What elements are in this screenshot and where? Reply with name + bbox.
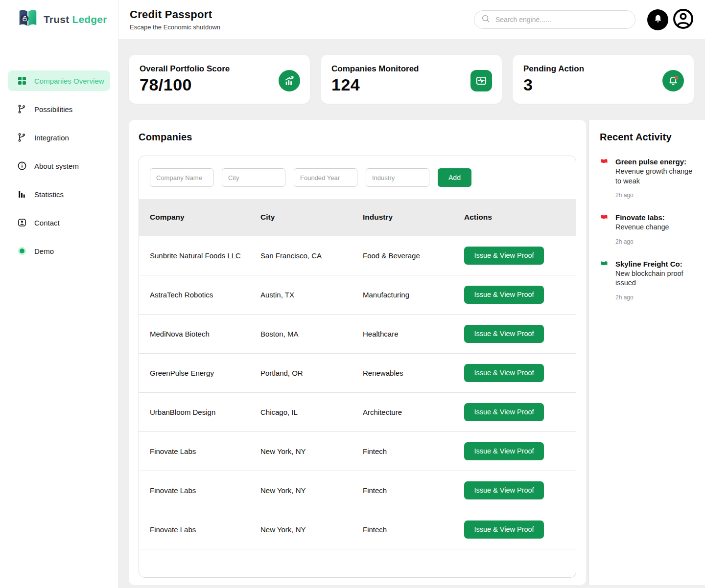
- cell-company: AstraTech Robotics: [139, 275, 260, 314]
- search-input[interactable]: [495, 16, 628, 23]
- stat-card-pending-action: Pending Action 3: [513, 55, 694, 104]
- cell-city: Austin, TX: [260, 275, 363, 314]
- brand-logo: Trust Ledger: [0, 0, 118, 32]
- cell-city: San Francisco, CA: [260, 236, 363, 275]
- topbar: Credit Passport Escape the Economic shut…: [118, 0, 705, 39]
- table-row: GreenPulse Energy Portland, OR Renewable…: [139, 353, 576, 392]
- issue-view-proof-button[interactable]: Issue & View Proof: [464, 520, 544, 539]
- table-row: UrbanBloom Design Chicago, IL Architectu…: [139, 392, 576, 431]
- activity-texts: Finovate labs: Revenue change 2h ago: [615, 213, 669, 245]
- issue-view-proof-button[interactable]: Issue & View Proof: [464, 481, 544, 499]
- sidebar-item-about-system[interactable]: About system: [8, 156, 110, 176]
- contact-card-icon: [17, 218, 27, 227]
- cell-industry: Fintech: [363, 431, 464, 471]
- pulse-monitor-icon: [470, 70, 492, 91]
- page-heading: Credit Passport Escape the Economic shut…: [130, 8, 220, 31]
- activity-texts: Green pulse energy: Revenue growth chang…: [615, 158, 694, 199]
- issue-view-proof-button[interactable]: Issue & View Proof: [464, 325, 544, 343]
- stat-value: 124: [331, 75, 491, 94]
- recent-activity-title: Recent Activity: [600, 132, 698, 143]
- issue-view-proof-button[interactable]: Issue & View Proof: [464, 364, 544, 382]
- table-row-empty: [139, 549, 576, 577]
- sidebar-item-label: Companies Overview: [34, 77, 104, 85]
- sidebar-item-statistics[interactable]: Statistics: [8, 184, 110, 204]
- company-filters: Add: [139, 156, 576, 199]
- cell-company: GreenPulse Energy: [139, 353, 260, 392]
- cell-company: UrbanBloom Design: [139, 392, 260, 431]
- table-row: MediNova Biotech Boston, MA Healthcare I…: [139, 314, 576, 353]
- cell-city: Chicago, IL: [260, 392, 363, 431]
- sidebar-item-contact[interactable]: Contact: [8, 212, 110, 233]
- stat-label: Overall Portfolio Score: [140, 64, 299, 74]
- sidebar-item-label: Statistics: [34, 190, 64, 199]
- sidebar: Trust Ledger Companies Overview Possibil…: [0, 0, 118, 588]
- cell-company: Finovate Labs: [139, 431, 260, 471]
- companies-section: Companies Add Company City Industry: [129, 120, 586, 585]
- sidebar-item-integration[interactable]: Integration: [8, 127, 110, 148]
- activity-item: Skyline Freight Co: New blockchain proof…: [600, 260, 698, 301]
- cell-industry: Manufacturing: [363, 275, 464, 314]
- sidebar-nav: Companies Overview Possibilities Integra…: [0, 70, 118, 269]
- table-row: Finovate Labs New York, NY Fintech Issue…: [139, 510, 576, 549]
- column-header-actions: Actions: [464, 199, 576, 236]
- sidebar-item-label: Contact: [34, 219, 60, 227]
- branch-icon: [17, 133, 27, 142]
- issue-view-proof-button[interactable]: Issue & View Proof: [464, 286, 544, 304]
- profile-button[interactable]: [673, 9, 694, 30]
- activity-item: Green pulse energy: Revenue growth chang…: [600, 158, 698, 199]
- cell-industry: Food & Beverage: [363, 236, 464, 275]
- add-company-button[interactable]: Add: [438, 168, 471, 187]
- cell-company: Finovate Labs: [139, 510, 260, 549]
- cell-company: Sunbrite Natural Foods LLC: [139, 236, 260, 275]
- issue-view-proof-button[interactable]: Issue & View Proof: [464, 403, 544, 421]
- industry-filter-input[interactable]: [366, 168, 429, 187]
- founded-year-filter-input[interactable]: [294, 168, 357, 187]
- activity-title: Green pulse energy:: [615, 158, 694, 166]
- activity-texts: Skyline Freight Co: New blockchain proof…: [615, 260, 694, 301]
- table-row: AstraTech Robotics Austin, TX Manufactur…: [139, 275, 576, 314]
- page-subtitle: Escape the Economic shutdown: [130, 23, 220, 31]
- sidebar-item-companies-overview[interactable]: Companies Overview: [8, 70, 110, 91]
- activity-title: Skyline Freight Co:: [615, 260, 694, 268]
- notifications-button[interactable]: [647, 9, 668, 30]
- activity-description: Revenue change: [615, 223, 669, 232]
- sidebar-item-label: Integration: [34, 134, 69, 142]
- trust-ledger-book-icon: [17, 7, 39, 32]
- column-header-city: City: [260, 199, 363, 236]
- search-icon: [481, 14, 491, 25]
- sidebar-item-label: Demo: [34, 247, 54, 255]
- search-bar[interactable]: [474, 10, 635, 29]
- cell-industry: Fintech: [363, 510, 464, 549]
- issue-view-proof-button[interactable]: Issue & View Proof: [464, 442, 544, 460]
- table-header-row: Company City Industry Actions: [139, 199, 576, 236]
- issue-view-proof-button[interactable]: Issue & View Proof: [464, 247, 544, 265]
- table-row: Finovate Labs New York, NY Fintech Issue…: [139, 471, 576, 510]
- page-title: Credit Passport: [130, 8, 220, 21]
- companies-table-container: Add Company City Industry Actions Sunbr: [139, 156, 576, 578]
- activity-description: Revenue growth change to weak: [615, 167, 694, 186]
- city-filter-input[interactable]: [222, 168, 285, 187]
- sidebar-item-demo[interactable]: Demo: [8, 241, 110, 261]
- activity-timestamp: 2h ago: [615, 192, 694, 199]
- sidebar-item-possibilities[interactable]: Possibilities: [8, 99, 110, 119]
- company-name-filter-input[interactable]: [150, 168, 213, 187]
- table-row: Sunbrite Natural Foods LLC San Francisco…: [139, 236, 576, 275]
- cell-city: Portland, OR: [260, 353, 363, 392]
- sidebar-item-label: Possibilities: [34, 105, 72, 113]
- info-icon: [17, 161, 27, 171]
- companies-table: Company City Industry Actions Sunbrite N…: [139, 199, 576, 577]
- recent-activity-panel: Recent Activity Green pulse energy: Reve…: [588, 120, 705, 585]
- demo-dot-icon: [17, 246, 27, 256]
- bar-chart-icon: [17, 189, 27, 199]
- stat-card-companies-monitored: Companies Monitored 124: [321, 55, 502, 104]
- red-flag-icon: [600, 158, 609, 167]
- bell-alert-icon: [662, 70, 684, 91]
- activity-timestamp: 2h ago: [615, 294, 694, 301]
- cell-city: New York, NY: [260, 431, 363, 471]
- stat-label: Pending Action: [523, 64, 683, 74]
- column-header-industry: Industry: [363, 199, 464, 236]
- cell-city: New York, NY: [260, 510, 363, 549]
- column-header-company: Company: [139, 199, 260, 236]
- growth-chart-icon: [279, 70, 300, 91]
- bell-icon: [653, 14, 663, 26]
